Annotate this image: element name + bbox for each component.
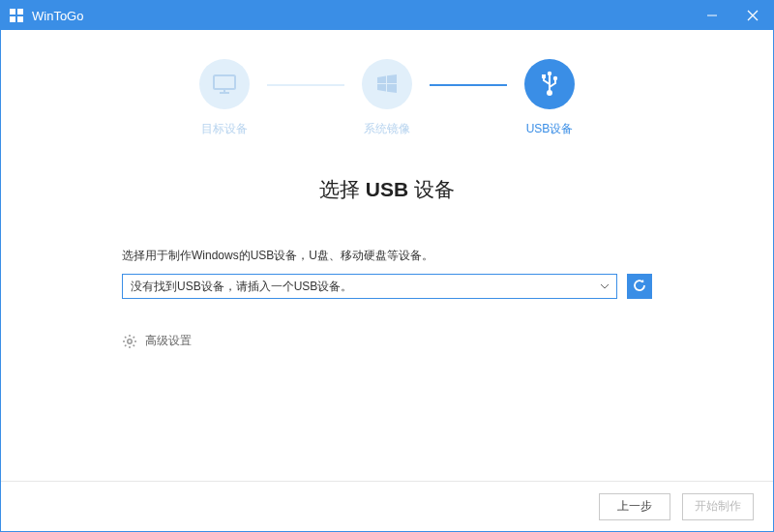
page-title-post: 设备 — [408, 178, 455, 200]
window-controls — [692, 1, 773, 30]
usb-device-select[interactable]: 没有找到USB设备，请插入一个USB设备。 — [122, 274, 617, 299]
svg-line-23 — [134, 337, 134, 338]
svg-rect-12 — [542, 74, 546, 78]
stepper: 目标设备 系统镜像 — [1, 30, 773, 137]
refresh-button[interactable] — [627, 274, 652, 299]
footer: 上一步 开始制作 — [1, 481, 773, 531]
usb-icon — [524, 59, 575, 109]
instruction-text: 选择用于制作Windows的USB设备，U盘、移动硬盘等设备。 — [122, 248, 652, 264]
svg-rect-1 — [17, 9, 23, 15]
svg-line-21 — [134, 344, 134, 345]
refresh-icon — [632, 278, 647, 296]
svg-point-14 — [547, 90, 552, 96]
usb-select-row: 没有找到USB设备，请插入一个USB设备。 — [122, 274, 652, 299]
content: 目标设备 系统镜像 — [1, 30, 773, 531]
svg-rect-2 — [10, 16, 15, 22]
window-title: WinToGo — [32, 9, 692, 23]
start-button[interactable]: 开始制作 — [682, 493, 754, 520]
svg-rect-7 — [214, 75, 235, 89]
gear-icon — [122, 334, 137, 349]
monitor-icon — [199, 59, 250, 109]
close-button[interactable] — [732, 1, 773, 30]
step-label: 目标设备 — [201, 121, 248, 137]
svg-line-20 — [125, 337, 126, 338]
step-target-device: 目标设备 — [199, 59, 250, 137]
titlebar: WinToGo — [1, 1, 773, 30]
previous-button[interactable]: 上一步 — [599, 493, 670, 520]
step-usb-device: USB设备 — [524, 59, 575, 137]
step-connector — [267, 84, 344, 86]
step-system-image: 系统镜像 — [362, 59, 412, 137]
usb-select-text: 没有找到USB设备，请插入一个USB设备。 — [131, 279, 597, 295]
step-label: 系统镜像 — [364, 121, 410, 137]
advanced-settings-link[interactable]: 高级设置 — [122, 333, 192, 349]
svg-rect-0 — [10, 9, 15, 15]
previous-button-label: 上一步 — [617, 498, 652, 515]
step-label: USB设备 — [526, 121, 574, 137]
chevron-down-icon — [597, 283, 612, 289]
step-connector — [430, 84, 507, 86]
page-title-bold: USB — [366, 178, 408, 200]
svg-line-22 — [125, 344, 126, 345]
main-area: 选择 USB 设备 选择用于制作Windows的USB设备，U盘、移动硬盘等设备… — [1, 137, 773, 481]
app-logo-icon — [9, 8, 24, 23]
advanced-settings-label: 高级设置 — [145, 333, 192, 349]
svg-rect-3 — [17, 16, 23, 22]
svg-point-15 — [128, 339, 132, 342]
page-title: 选择 USB 设备 — [122, 176, 652, 203]
windows-icon — [362, 59, 412, 109]
start-button-label: 开始制作 — [695, 498, 741, 515]
minimize-button[interactable] — [692, 1, 732, 30]
svg-point-13 — [553, 76, 557, 80]
page-title-pre: 选择 — [319, 178, 366, 200]
